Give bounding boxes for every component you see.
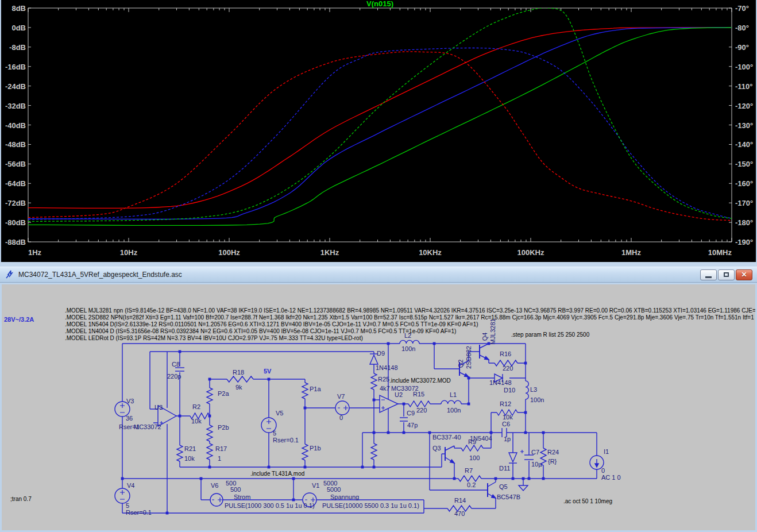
y-right-tick-label: -180°: [735, 218, 753, 227]
spice-directive: .include MC33072.MOD: [389, 377, 451, 384]
spice-directive: ;tran 0.7: [10, 496, 32, 502]
component-label: V4: [127, 482, 134, 489]
component-label: R25: [378, 376, 389, 383]
y-right-tick-label: -190°: [735, 238, 753, 246]
component-label: I1: [604, 448, 609, 455]
bode-plot[interactable]: 8dB-70°0dB-80°-8dB-90°-16dB-100°-24dB-11…: [1, 0, 756, 262]
x-tick-label: 1KHz: [320, 248, 339, 257]
trace-gain-R-2500: [28, 28, 732, 226]
trace-gain-R-25: [28, 28, 732, 209]
component-label: V5: [276, 410, 283, 417]
y-left-tick-label: -24dB: [5, 82, 26, 91]
y-left-tick-label: 8dB: [11, 4, 26, 13]
component-label: Q3: [432, 445, 441, 452]
x-tick-label: 100KHz: [517, 248, 544, 257]
component-label: R18: [233, 369, 244, 376]
component-label: MC33072: [134, 423, 161, 430]
y-right-tick-label: -100°: [735, 63, 753, 71]
component-label: AC 1 0: [601, 474, 621, 481]
spice-directive: .ac oct 50 1 10meg: [563, 498, 612, 504]
y-right-tick-label: -90°: [735, 43, 749, 52]
component-label: R21: [184, 445, 196, 452]
component-label: 220p: [167, 373, 181, 380]
component-label: 47p: [407, 422, 418, 429]
component-label: 10µ: [531, 461, 542, 468]
component-label: D11: [499, 465, 510, 472]
component-label: 220: [416, 407, 427, 414]
y-left-tick-label: -40dB: [5, 121, 26, 130]
x-tick-label: 1Hz: [28, 248, 42, 257]
x-tick-label: 1MHz: [621, 248, 641, 257]
ltspice-app: { "window": { "title": "MC34072_TL431A_5…: [0, 0, 757, 532]
component-label: 1: [218, 455, 221, 462]
trace-name[interactable]: V(n015): [366, 0, 393, 8]
y-right-tick-label: -140°: [735, 140, 753, 149]
component-label: R14: [454, 497, 466, 504]
component-label: D10: [504, 387, 515, 394]
restore-icon: [724, 272, 729, 277]
component-label: C8: [172, 361, 180, 368]
spice-directive: .MODEL LEDRot D (IS=93.1P RS=42M N=3.73 …: [65, 335, 363, 341]
y-right-tick-label: -160°: [735, 179, 753, 188]
component-label: P1a: [310, 385, 321, 392]
component-label: 5: [126, 502, 129, 509]
y-right-tick-label: -80°: [735, 24, 749, 32]
schematic-canvas[interactable]: .MODEL MJL3281 npn (IS=9.8145e-12 BF=438…: [2, 284, 755, 530]
trace-phase-R-25: [28, 52, 732, 221]
schematic-pane[interactable]: .MODEL MJL3281 npn (IS=9.8145e-12 BF=438…: [0, 283, 757, 532]
component-label: R9: [468, 438, 476, 445]
component-label: P1b: [310, 445, 321, 452]
component-label: L1: [450, 391, 457, 398]
component-label: 36: [126, 415, 133, 422]
spice-directive: .MODEL 2SD882 NPN(Is=282f Xti=3 Eg=1.11 …: [65, 314, 755, 321]
minimize-button[interactable]: [700, 269, 717, 280]
component-label: BC547B: [497, 494, 520, 500]
component-label: P2a: [218, 390, 229, 397]
y-left-tick-label: -72dB: [5, 199, 26, 207]
y-left-tick-label: -64dB: [5, 179, 26, 188]
component-label: PULSE(1000 300 0.5 1u 1u 0.1): [225, 502, 315, 509]
y-right-tick-label: -170°: [735, 199, 753, 207]
y-right-tick-label: -70°: [735, 4, 749, 13]
close-button[interactable]: ✕: [736, 269, 752, 280]
component-label: Q4: [481, 333, 488, 341]
component-label: U2: [395, 391, 403, 398]
component-label: 500: [230, 486, 241, 493]
component-label: 9k: [235, 384, 242, 391]
component-label: MJL3281: [489, 318, 496, 344]
component-label: 100n: [401, 345, 415, 352]
component-label: 0: [601, 467, 605, 474]
component-label: BC337-40: [432, 434, 461, 441]
component-label: R2: [192, 403, 200, 410]
component-label: 10k: [184, 455, 195, 462]
component-label: 100: [469, 454, 480, 461]
component-label: 1N4148: [376, 364, 398, 371]
y-left-tick-label: -80dB: [5, 218, 26, 227]
spice-directive: .include TL431A.mod: [250, 471, 304, 477]
close-icon: ✕: [741, 271, 747, 278]
x-tick-label: 10MHz: [708, 248, 732, 257]
component-label: P2b: [218, 424, 229, 431]
restore-button[interactable]: [718, 269, 735, 280]
component-label: 1p: [504, 435, 511, 442]
component-label: 0: [339, 414, 343, 421]
component-label: C6: [502, 421, 510, 427]
component-label: 4k7: [380, 385, 390, 392]
component-label: C7: [531, 449, 539, 456]
component-label: Q2: [457, 360, 464, 368]
component-label: R15: [413, 391, 424, 398]
component-label: L2: [404, 332, 411, 339]
y-left-tick-label: -32dB: [5, 102, 26, 110]
waveform-pane[interactable]: 8dB-70°0dB-80°-8dB-90°-16dB-100°-24dB-11…: [0, 0, 757, 262]
trace-phase-R-2500: [28, 8, 732, 222]
component-label: R7: [465, 467, 473, 474]
spice-directive: .step param R list 25 250 2500: [511, 331, 590, 338]
component-label: 470: [454, 510, 465, 517]
component-label: 220: [503, 365, 513, 372]
schematic-comment: 5V: [264, 368, 272, 375]
component-label: V7: [337, 393, 345, 400]
schematic-window-titlebar[interactable]: MC34072_TL431A_5VRef_abgespeckt_Endstufe…: [0, 267, 757, 283]
x-tick-label: 100Hz: [218, 248, 240, 257]
y-right-tick-label: -130°: [735, 121, 753, 130]
y-right-tick-label: -150°: [735, 160, 753, 168]
